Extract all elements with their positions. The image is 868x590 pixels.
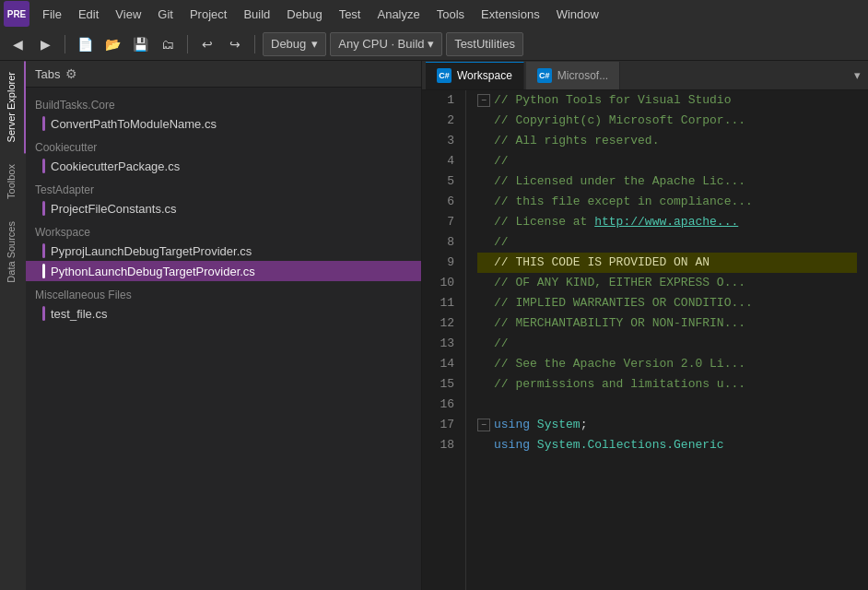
toolbar-sep-2 xyxy=(187,35,188,53)
file-indicator xyxy=(42,159,45,173)
file-indicator xyxy=(42,306,45,321)
file-panel: Tabs ⚙ BuildTasks.Core ConvertPathToModu… xyxy=(26,61,422,590)
group-workspace: Workspace xyxy=(26,218,421,241)
group-cookiecutter: Cookiecutter xyxy=(26,134,421,156)
back-button[interactable]: ◀ xyxy=(6,32,29,56)
cs-icon: C# xyxy=(437,68,452,83)
open-button[interactable]: 📂 xyxy=(100,32,124,56)
list-item-active[interactable]: PythonLaunchDebugTargetProvider.cs xyxy=(26,261,421,281)
list-item[interactable]: CookiecutterPackage.cs xyxy=(26,156,421,176)
code-container: 1 2 3 4 5 6 7 8 9 10 11 12 13 14 15 16 1… xyxy=(422,90,868,590)
app-logo: PRE xyxy=(4,1,29,27)
menu-analyze[interactable]: Analyze xyxy=(369,4,427,25)
list-item[interactable]: test_file.cs xyxy=(26,303,421,324)
menu-edit[interactable]: Edit xyxy=(71,4,106,25)
panel-header: Tabs ⚙ xyxy=(26,61,421,88)
code-line-18: using System.Collections.Generic xyxy=(477,435,857,455)
menu-bar: PRE File Edit View Git Project Build Deb… xyxy=(0,0,868,28)
list-item[interactable]: ProjectFileConstants.cs xyxy=(26,198,421,218)
fold-marker-17[interactable]: − xyxy=(477,419,490,431)
sidebar-item-server-explorer[interactable]: Server Explorer xyxy=(0,61,26,153)
gear-icon[interactable]: ⚙ xyxy=(65,66,77,81)
editor-tabs: C# Workspace C# Microsof... ▾ xyxy=(422,61,868,90)
cs-icon-2: C# xyxy=(537,68,552,83)
code-line-4: // xyxy=(477,151,857,171)
forward-button[interactable]: ▶ xyxy=(33,32,57,56)
group-misc: Miscellaneous Files xyxy=(26,281,421,303)
file-indicator xyxy=(42,116,45,131)
menu-file[interactable]: File xyxy=(35,4,69,25)
code-line-17: −using System; xyxy=(477,415,857,435)
tab-dropdown-arrow[interactable]: ▾ xyxy=(850,68,864,82)
menu-git[interactable]: Git xyxy=(150,4,181,25)
save-button[interactable]: 💾 xyxy=(128,32,152,56)
code-line-1: −// Python Tools for Visual Studio xyxy=(477,90,857,111)
menu-test[interactable]: Test xyxy=(332,4,369,25)
code-line-15: // permissions and limitations u... xyxy=(477,374,857,395)
toolbar-sep-3 xyxy=(254,35,255,53)
menu-extensions[interactable]: Extensions xyxy=(474,4,547,25)
save-all-button[interactable]: 🗂 xyxy=(156,32,180,56)
code-line-5: // Licensed under the Apache Lic... xyxy=(477,171,857,192)
menu-window[interactable]: Window xyxy=(549,4,606,25)
file-indicator-active xyxy=(42,264,45,278)
list-item[interactable]: ConvertPathToModuleName.cs xyxy=(26,113,421,134)
new-item-button[interactable]: 📄 xyxy=(73,32,97,56)
group-test-adapter: TestAdapter xyxy=(26,176,421,198)
code-line-16 xyxy=(477,395,857,415)
code-line-9: // THIS CODE IS PROVIDED ON AN xyxy=(477,253,857,273)
sidebar-item-toolbox[interactable]: Toolbox xyxy=(0,153,26,210)
menu-project[interactable]: Project xyxy=(182,4,234,25)
code-line-8: // xyxy=(477,232,857,253)
code-line-3: // All rights reserved. xyxy=(477,131,857,151)
main-layout: Server Explorer Toolbox Data Sources Tab… xyxy=(0,61,868,590)
editor-area: C# Workspace C# Microsof... ▾ 1 2 3 4 5 … xyxy=(422,61,868,590)
side-tabs: Server Explorer Toolbox Data Sources xyxy=(0,61,26,590)
fold-marker-1[interactable]: − xyxy=(477,94,490,107)
code-line-11: // IMPLIED WARRANTIES OR CONDITIO... xyxy=(477,293,857,313)
code-line-7: // License at http://www.apache... xyxy=(477,212,857,232)
line-numbers: 1 2 3 4 5 6 7 8 9 10 11 12 13 14 15 16 1… xyxy=(422,90,466,590)
code-content: −// Python Tools for Visual Studio // Co… xyxy=(466,90,868,590)
toolbar-sep-1 xyxy=(65,35,65,53)
project-dropdown[interactable]: TestUtilities xyxy=(446,32,523,56)
debug-config-dropdown[interactable]: Debug ▾ xyxy=(263,32,326,56)
code-line-2: // Copyright(c) Microsoft Corpor... xyxy=(477,111,857,131)
platform-dropdown[interactable]: Any CPU · Build ▾ xyxy=(330,32,442,56)
menu-debug[interactable]: Debug xyxy=(279,4,329,25)
menu-view[interactable]: View xyxy=(108,4,148,25)
tab-microsoft[interactable]: C# Microsof... xyxy=(526,62,620,89)
code-line-13: // xyxy=(477,334,857,354)
panel-title: Tabs xyxy=(35,67,60,81)
sidebar-item-data-sources[interactable]: Data Sources xyxy=(0,210,26,294)
apache-link[interactable]: http://www.apache... xyxy=(594,215,738,229)
file-indicator xyxy=(42,201,45,216)
undo-button[interactable]: ↩ xyxy=(195,32,219,56)
tab-workspace[interactable]: C# Workspace xyxy=(426,62,524,89)
code-line-12: // MERCHANTABILITY OR NON-INFRIN... xyxy=(477,313,857,334)
menu-build[interactable]: Build xyxy=(236,4,277,25)
code-line-14: // See the Apache Version 2.0 Li... xyxy=(477,354,857,374)
file-indicator xyxy=(42,243,45,258)
toolbar: ◀ ▶ 📄 📂 💾 🗂 ↩ ↪ Debug ▾ Any CPU · Build … xyxy=(0,28,868,61)
menu-tools[interactable]: Tools xyxy=(429,4,472,25)
redo-button[interactable]: ↪ xyxy=(223,32,247,56)
list-item[interactable]: PyprojLaunchDebugTargetProvider.cs xyxy=(26,241,421,261)
chevron-down-icon: ▾ xyxy=(311,37,318,51)
file-list: BuildTasks.Core ConvertPathToModuleName.… xyxy=(26,88,421,590)
code-line-10: // OF ANY KIND, EITHER EXPRESS O... xyxy=(477,273,857,293)
code-line-6: // this file except in compliance... xyxy=(477,192,857,212)
group-build-tasks: BuildTasks.Core xyxy=(26,91,421,113)
